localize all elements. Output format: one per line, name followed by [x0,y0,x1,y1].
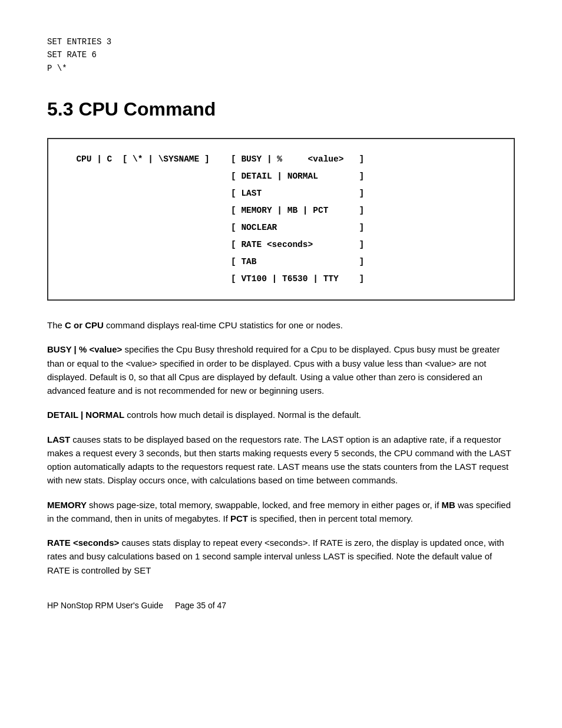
para-intro: The C or CPU command displays real-time … [47,318,515,332]
footer-guide: HP NonStop RPM User's Guide [47,601,163,610]
syntax-right-row-1: [ DETAIL | NORMAL ] [66,168,496,185]
memory-text-1: shows page-size, total memory, swappable… [87,500,442,510]
rate-label: RATE <seconds> [47,538,119,548]
syntax-first-row: CPU | C [ \* | \SYSNAME ] [ BUSY | % <va… [66,151,496,168]
syntax-right-row-7: [ VT100 | T6530 | TTY ] [66,271,496,288]
detail-label: DETAIL | NORMAL [47,410,124,420]
syntax-right-row-4: [ NOCLEAR ] [66,219,496,236]
syntax-right-row-0: [ BUSY | % <value> ] [231,151,364,168]
memory-label: MEMORY [47,500,87,510]
syntax-box: CPU | C [ \* | \SYSNAME ] [ BUSY | % <va… [47,138,515,301]
memory-pct: PCT [230,513,248,523]
para-busy: BUSY | % <value> specifies the Cpu Busy … [47,342,515,397]
busy-label: BUSY | % <value> [47,344,122,354]
top-code-block: SET ENTRIES 3 SET RATE 6 P \* [47,35,515,75]
last-label: LAST [47,434,70,444]
syntax-right-row-3: [ MEMORY | MB | PCT ] [66,202,496,219]
footer-page: Page 35 of 47 [175,601,226,610]
code-line-2: SET RATE 6 [47,48,515,61]
para-memory: MEMORY shows page-size, total memory, sw… [47,498,515,526]
memory-text-3: is specified, then in percent total memo… [248,513,413,523]
last-text: causes stats to be displayed based on th… [47,434,511,486]
syntax-left: CPU | C [ \* | \SYSNAME ] [66,151,231,168]
syntax-right-row-5: [ RATE <seconds> ] [66,236,496,253]
para-detail: DETAIL | NORMAL controls how much detail… [47,408,515,421]
syntax-right-row-2: [ LAST ] [66,185,496,202]
para-rate: RATE <seconds> causes stats display to r… [47,536,515,577]
section-heading: 5.3 CPU Command [47,98,515,120]
code-line-3: P \* [47,62,515,75]
page-footer: HP NonStop RPM User's Guide Page 35 of 4… [47,601,515,610]
para-last: LAST causes stats to be displayed based … [47,433,515,487]
detail-text: controls how much detail is displayed. N… [124,410,361,420]
memory-mb: MB [441,500,455,510]
intro-bold: C or CPU [65,320,104,330]
code-line-1: SET ENTRIES 3 [47,35,515,48]
syntax-right-row-6: [ TAB ] [66,253,496,271]
